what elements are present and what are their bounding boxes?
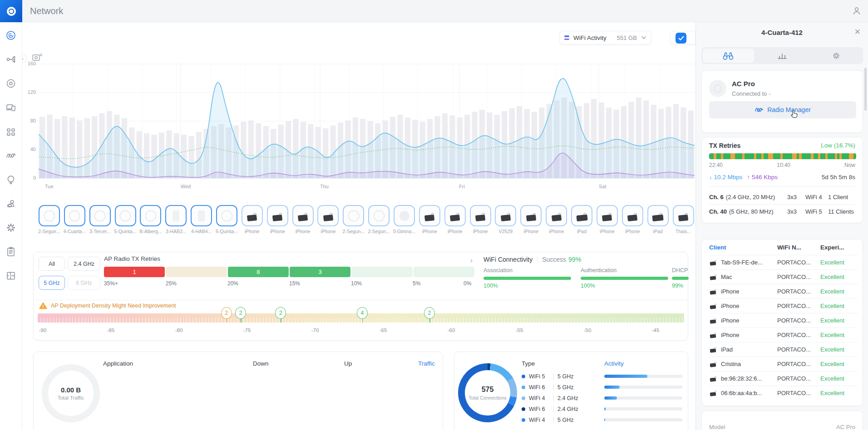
device-tile-iphone[interactable] xyxy=(546,205,567,226)
channel-clients: 11 Clients xyxy=(828,208,854,215)
filter-24ghz[interactable]: 2.4 GHz xyxy=(68,257,100,271)
density-marker[interactable]: 2 xyxy=(235,307,246,319)
device-tile-2segun[interactable] xyxy=(39,205,60,226)
device-tile-ipad[interactable] xyxy=(647,205,669,226)
radio-manager-button[interactable]: Radio Manager xyxy=(709,101,856,118)
close-icon[interactable]: ✕ xyxy=(854,27,861,37)
device-tile-3hab3[interactable] xyxy=(165,205,187,226)
col-client[interactable]: Client xyxy=(709,244,726,251)
device-tile-3tercer[interactable] xyxy=(89,205,111,226)
filter-5ghz[interactable]: 5 GHz xyxy=(39,276,65,290)
retries-segment[interactable]: 8 xyxy=(228,267,289,277)
retries-segment[interactable] xyxy=(351,267,412,277)
type-legend-row[interactable]: WiFi 45 GHz xyxy=(522,415,573,425)
device-tile-0gimna[interactable] xyxy=(394,205,415,226)
user-account-icon[interactable] xyxy=(852,6,862,18)
device-tile-iphone[interactable] xyxy=(622,205,643,226)
x-tick: Thu xyxy=(320,184,329,189)
divider xyxy=(34,300,688,300)
sidebar-item-floorplan[interactable] xyxy=(5,269,17,282)
type-legend-row[interactable]: WiFi 55 GHz xyxy=(522,371,573,382)
divider xyxy=(553,406,554,412)
floorplan-icon xyxy=(5,270,17,282)
type-legend-row[interactable]: WiFi 62.4 GHz xyxy=(522,404,578,415)
clients-table-card: ClientWiFi N...Experi... Tab-S9-FE-de...… xyxy=(701,239,863,406)
legend-band: 5 GHz xyxy=(557,373,573,380)
retries-segment[interactable] xyxy=(414,267,474,277)
device-tile-thais[interactable] xyxy=(673,205,694,226)
sidebar-item-ports[interactable] xyxy=(5,125,17,138)
device-tile-ipad[interactable] xyxy=(571,205,592,226)
client-row[interactable]: iPhonePORTACO...Excellent xyxy=(709,298,858,313)
retries-segment[interactable]: 3 xyxy=(290,267,350,277)
client-row[interactable]: be:96:28:32:6...PORTACO...Excellent xyxy=(709,371,858,386)
channel-row[interactable]: Ch. 6(2.4 GHz, 20 MHz)3x3WiFi 41 Client xyxy=(709,190,855,204)
sidebar-item-clients[interactable] xyxy=(5,101,17,114)
tab-overview[interactable] xyxy=(703,49,754,63)
device-tile-2segun[interactable] xyxy=(368,205,390,226)
client-row[interactable]: iPhonePORTACO...Excellent xyxy=(709,313,858,327)
client-row[interactable]: CristinaPORTACO...Excellent xyxy=(709,357,858,371)
device-tile-4hab4[interactable] xyxy=(191,205,212,226)
filter-6ghz[interactable]: 6 GHz xyxy=(68,276,100,290)
retries-segment[interactable]: 1 xyxy=(104,267,165,277)
device-tile-iphone[interactable] xyxy=(292,205,314,226)
panel-scrollbar[interactable] xyxy=(864,68,867,111)
device-tile-iphone[interactable] xyxy=(597,205,618,226)
channel-row[interactable]: Ch. 40(5 GHz, 80 MHz)3x3WiFi 511 Clients xyxy=(709,204,855,218)
client-row[interactable]: iPhonePORTACO...Excellent xyxy=(709,327,858,342)
type-legend-row[interactable]: WiFi 42.4 GHz xyxy=(522,393,578,404)
unifi-logo-icon[interactable] xyxy=(0,0,22,22)
connectivity-expand-icon[interactable]: › xyxy=(470,256,473,264)
retries-scale-label: 0% xyxy=(464,280,471,287)
device-tile-iphone[interactable] xyxy=(317,205,339,226)
layer-checkbox[interactable] xyxy=(676,33,686,44)
device-tile-iphone[interactable] xyxy=(267,205,288,226)
tab-settings[interactable] xyxy=(810,49,862,63)
density-axis-label: -70 xyxy=(311,327,319,333)
device-tile-iphone[interactable] xyxy=(444,205,466,226)
device-tile-5quinta[interactable] xyxy=(216,205,237,226)
sidebar-item-insights[interactable] xyxy=(5,173,17,186)
col-wifi-network[interactable]: WiFi N... xyxy=(777,244,801,251)
sidebar-item-radios[interactable] xyxy=(5,149,17,162)
sidebar-item-admins[interactable] xyxy=(5,197,17,210)
client-row[interactable]: iPadPORTACO...Excellent xyxy=(709,342,858,357)
tx-retries-sparkline xyxy=(709,153,856,159)
client-row[interactable]: Tab-S9-FE-de...PORTACO...Excellent xyxy=(709,255,858,269)
device-tile-2segun[interactable] xyxy=(343,205,364,226)
access-point-icon xyxy=(5,78,17,89)
density-marker[interactable]: 2 xyxy=(424,307,435,319)
sidebar-item-unifi-devices[interactable] xyxy=(5,77,17,90)
density-marker[interactable]: 4 xyxy=(357,307,368,319)
density-marker[interactable]: 2 xyxy=(275,307,286,319)
device-detail-panel: 4-Cuarta-412 ✕ AC Pro Connected to - xyxy=(695,22,868,430)
device-tile-iphone[interactable] xyxy=(242,205,263,226)
tab-statistics[interactable] xyxy=(757,49,808,63)
retries-segment[interactable] xyxy=(166,267,227,277)
sidebar-item-system-log[interactable] xyxy=(5,245,17,258)
sidebar-item-dashboard[interactable] xyxy=(5,29,17,42)
filter-all[interactable]: All xyxy=(39,257,65,271)
sidebar-item-topology[interactable] xyxy=(5,53,17,66)
sidebar-item-settings[interactable] xyxy=(5,221,17,234)
client-row[interactable]: MacPORTACO...Excellent xyxy=(709,269,858,284)
device-tile-iphone[interactable] xyxy=(470,205,491,226)
device-tile-iphone[interactable] xyxy=(419,205,440,226)
device-tile-iphone[interactable] xyxy=(520,205,542,226)
device-tile-5quinta[interactable] xyxy=(115,205,136,226)
device-tile-v2529[interactable] xyxy=(495,205,516,226)
lightbulb-icon xyxy=(5,174,17,186)
device-tile-balberg[interactable] xyxy=(140,205,161,226)
type-legend-row[interactable]: WiFi 65 GHz xyxy=(522,382,573,393)
density-marker[interactable]: 2 xyxy=(221,307,232,319)
activity-title[interactable]: Activity xyxy=(604,360,624,367)
wifi-activity-selector[interactable]: WiFi Activity 551 GB xyxy=(559,31,651,44)
col-experience[interactable]: Experi... xyxy=(820,244,844,251)
device-tile-4cuarta[interactable] xyxy=(64,205,85,226)
chevron-down-icon xyxy=(641,36,646,39)
model-label: Model xyxy=(709,424,725,430)
traffic-tab-link[interactable]: Traffic xyxy=(418,360,435,367)
client-row[interactable]: 06:6b:aa:4a:b...PORTACO...Excellent xyxy=(709,386,858,400)
client-row[interactable]: iPhonePORTACO...Excellent xyxy=(709,284,858,298)
